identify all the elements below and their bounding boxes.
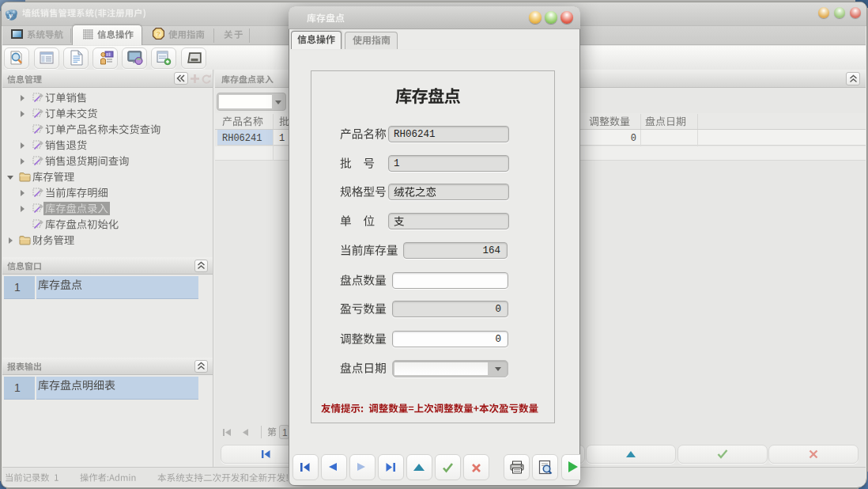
svg-text:?: ? (157, 30, 161, 38)
svg-text:y: y (7, 10, 13, 20)
